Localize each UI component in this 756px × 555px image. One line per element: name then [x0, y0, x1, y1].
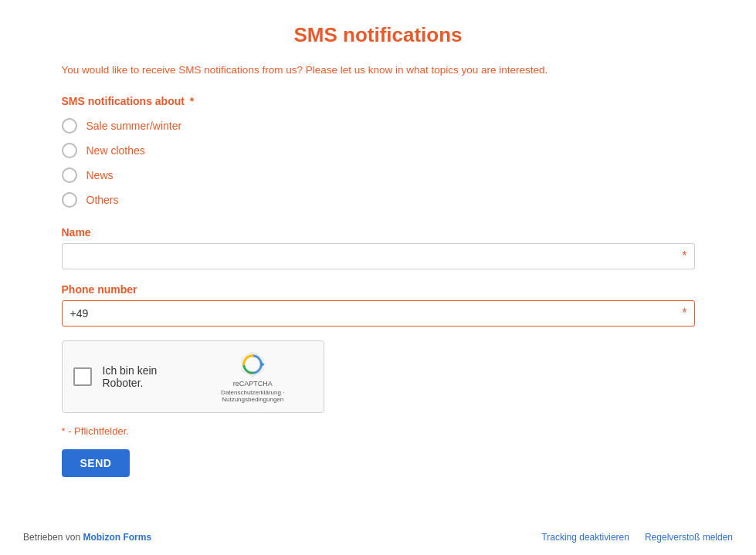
phone-input-wrapper: * — [62, 300, 695, 327]
footer: Betrieben von Mobizon Forms Tracking dea… — [0, 532, 756, 543]
name-input[interactable] — [62, 243, 695, 269]
radio-new-clothes[interactable]: New clothes — [62, 143, 695, 158]
send-button[interactable]: SEND — [62, 449, 131, 477]
name-input-wrapper: * — [62, 243, 695, 269]
radio-input-news[interactable] — [62, 168, 77, 183]
recaptcha-logo-icon — [239, 350, 266, 378]
footer-powered-by: Betrieben von Mobizon Forms — [23, 532, 151, 543]
page-title: SMS notifications — [62, 23, 695, 47]
footer-report-link[interactable]: Regelverstoß melden — [645, 532, 733, 543]
radio-label-new-clothes: New clothes — [86, 144, 145, 157]
required-note: * - Pflichtfelder. — [62, 425, 695, 437]
radio-input-others[interactable] — [62, 192, 77, 208]
phone-label: Phone number — [62, 283, 695, 296]
captcha-checkbox[interactable] — [73, 367, 92, 386]
section-label: SMS notifications about * — [62, 95, 695, 107]
radio-label-news: News — [86, 169, 114, 181]
name-label: Name — [62, 226, 695, 239]
radio-sale[interactable]: Sale summer/winter — [62, 118, 695, 134]
footer-brand-link[interactable]: Mobizon Forms — [83, 532, 151, 543]
footer-tracking-link[interactable]: Tracking deaktivieren — [541, 532, 629, 543]
captcha-widget[interactable]: Ich bin kein Roboter. reCAPTCHA Datensch… — [62, 340, 324, 413]
intro-text: You would like to receive SMS notificati… — [62, 63, 695, 78]
footer-links: Tracking deaktivieren Regelverstoß melde… — [541, 532, 733, 543]
phone-field-group: Phone number * — [62, 283, 695, 327]
captcha-brand-text: reCAPTCHA — [233, 380, 273, 387]
phone-input[interactable] — [62, 300, 695, 327]
captcha-label: Ich bin kein Roboter. — [103, 364, 194, 389]
radio-others[interactable]: Others — [62, 192, 695, 208]
radio-group: Sale summer/winter New clothes News Othe… — [62, 118, 695, 208]
radio-news[interactable]: News — [62, 168, 695, 183]
radio-input-sale[interactable] — [62, 118, 77, 134]
captcha-links-text: Datenschutzerklärung · Nutzungsbedingung… — [193, 389, 313, 403]
radio-label-sale: Sale summer/winter — [86, 120, 182, 132]
radio-label-others: Others — [86, 194, 119, 206]
name-field-group: Name * — [62, 226, 695, 269]
radio-input-new-clothes[interactable] — [62, 143, 77, 158]
